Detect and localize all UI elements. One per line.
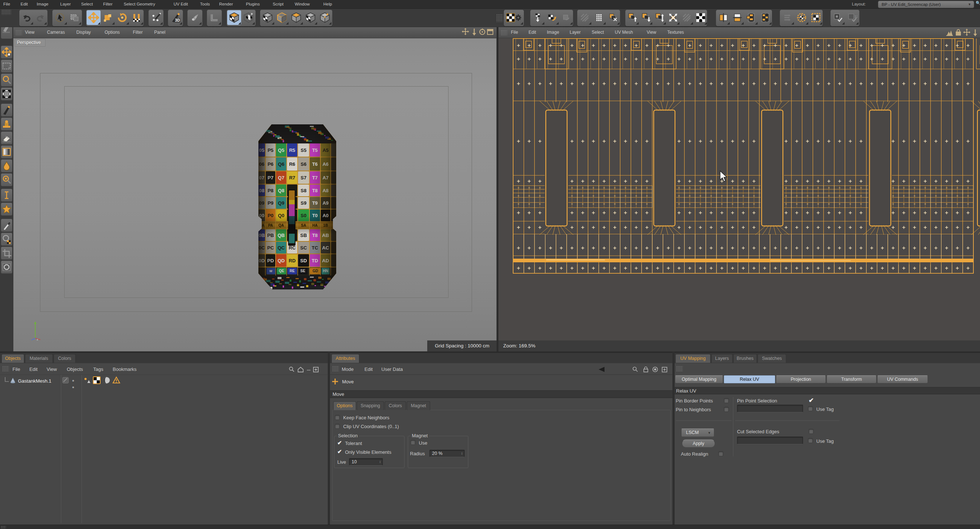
svg-text:z: z — [37, 338, 38, 341]
svg-text:12: 12 — [854, 15, 858, 18]
svg-text:3D: 3D — [175, 18, 180, 22]
